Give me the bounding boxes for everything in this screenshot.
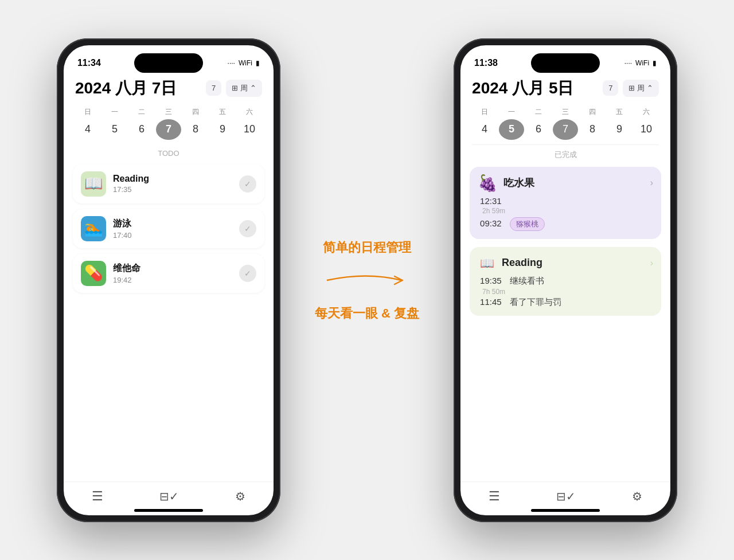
- left-week-day-numbers: 4 5 6 7 8 9 10: [75, 119, 262, 140]
- right-day-num-3-today[interactable]: 7: [553, 119, 578, 140]
- left-tab-settings[interactable]: ⚙: [235, 489, 245, 503]
- right-tab-tasks[interactable]: ⊟✓: [556, 489, 576, 503]
- right-status-time: 11:38: [474, 58, 498, 68]
- swimming-task-time: 17:40: [113, 231, 239, 240]
- left-view-label: 周 ⌃: [240, 83, 256, 93]
- task-item-vitamin[interactable]: 💊 维他命 19:42 ✓: [73, 254, 264, 293]
- menu-icon-left: ☰: [92, 489, 103, 504]
- reading-card[interactable]: 📖 Reading › 19:35 继续看书 7h 50m 11:45: [470, 247, 661, 316]
- right-day-num-0[interactable]: 4: [472, 119, 497, 140]
- fruit-duration-val-1: 2h 59m: [480, 207, 505, 215]
- right-day-label-1: 一: [499, 107, 524, 117]
- right-day-num-2[interactable]: 6: [526, 119, 551, 140]
- left-day-label-2: 二: [129, 107, 154, 117]
- reading-time-entries: 19:35 继续看书 7h 50m 11:45 看了下罪与罚: [478, 272, 653, 308]
- right-day-label-5: 五: [607, 107, 632, 117]
- right-day-label-6: 六: [634, 107, 659, 117]
- reading-card-icon: 📖: [478, 254, 496, 272]
- reading-task-check[interactable]: ✓: [239, 175, 256, 193]
- reading-card-header: 📖 Reading ›: [478, 254, 653, 272]
- promo-text-line1: 简单的日程管理: [323, 238, 411, 257]
- fruit-entry-2: 09:32 猕猴桃: [480, 216, 653, 231]
- right-phone: 11:38 ···· WiFi ▮ 2024 八月 5日 7 ⊞ 周 ⌃: [454, 38, 677, 522]
- right-day-label-4: 四: [580, 107, 605, 117]
- right-day-num-4[interactable]: 8: [580, 119, 605, 140]
- fruit-card[interactable]: 🍇 吃水果 › 12:31 2h 59m 09:32 猕猴桃: [470, 167, 661, 239]
- right-day-label-2: 二: [526, 107, 551, 117]
- reading-desc-2: 看了下罪与罚: [510, 297, 561, 308]
- left-date-button[interactable]: 7: [206, 80, 221, 96]
- right-home-indicator: [531, 509, 600, 512]
- settings-icon-left: ⚙: [235, 489, 245, 503]
- left-week-strip: 日 一 二 三 四 五 六 4 5 6 7 8 9 10: [64, 104, 274, 144]
- left-app-header: 2024 八月 7日 7 ⊞ 周 ⌃: [64, 75, 274, 104]
- right-status-icons: ···· WiFi ▮: [624, 59, 657, 67]
- vitamin-task-time: 19:42: [113, 276, 239, 284]
- reading-task-info: Reading 17:35: [113, 174, 239, 194]
- right-date-button[interactable]: 7: [603, 80, 618, 96]
- menu-icon-right: ☰: [489, 489, 500, 504]
- swimming-task-check[interactable]: ✓: [239, 220, 256, 237]
- left-view-button[interactable]: ⊞ 周 ⌃: [226, 80, 262, 97]
- left-day-label-3: 三: [156, 107, 181, 117]
- right-app-date: 2024 八月 5日: [472, 77, 573, 99]
- reading-task-icon: 📖: [81, 171, 106, 197]
- fruit-time-2: 09:32: [480, 218, 503, 228]
- right-phone-screen: 11:38 ···· WiFi ▮ 2024 八月 5日 7 ⊞ 周 ⌃: [460, 45, 670, 515]
- fruit-tag: 猕猴桃: [510, 217, 545, 231]
- promo-line2: 每天看一眼 & 复盘: [315, 304, 419, 323]
- left-day-label-5: 五: [210, 107, 235, 117]
- settings-icon-right: ⚙: [632, 489, 642, 503]
- left-status-time: 11:34: [77, 58, 101, 68]
- right-section-label: 已完成: [460, 147, 670, 165]
- left-day-num-1[interactable]: 5: [102, 119, 127, 140]
- vitamin-task-check[interactable]: ✓: [239, 265, 256, 282]
- arrow-container: [321, 266, 413, 295]
- right-day-num-6[interactable]: 10: [634, 119, 659, 140]
- right-day-num-5[interactable]: 9: [607, 119, 632, 140]
- middle-section: 简单的日程管理 每天看一眼 & 复盘: [315, 238, 419, 323]
- left-day-num-2[interactable]: 6: [129, 119, 154, 140]
- scene: 11:34 ···· WiFi ▮ 2024 八月 7日 7 ⊞ 周 ⌃: [0, 0, 734, 560]
- promo-text-line2: 每天看一眼 & 复盘: [315, 304, 419, 323]
- fruit-entry-1: 12:31: [480, 196, 653, 206]
- left-day-num-5[interactable]: 9: [210, 119, 235, 140]
- left-day-num-0[interactable]: 4: [75, 119, 100, 140]
- left-day-label-1: 一: [102, 107, 127, 117]
- right-day-num-1-active[interactable]: 5: [499, 119, 524, 140]
- vitamin-task-info: 维他命 19:42: [113, 263, 239, 284]
- reading-time-2: 11:45: [480, 297, 503, 307]
- left-section-label: TODO: [64, 144, 274, 160]
- task-item-swimming[interactable]: 🏊 游泳 17:40 ✓: [73, 209, 264, 248]
- reading-card-title: Reading: [502, 257, 542, 269]
- reading-card-title-group: 📖 Reading: [478, 254, 542, 272]
- right-tab-menu[interactable]: ☰: [489, 489, 500, 504]
- promo-line1: 简单的日程管理: [323, 238, 411, 257]
- left-task-list: 📖 Reading 17:35 ✓ 🏊 游泳 17:40 ✓: [64, 160, 274, 481]
- left-tab-tasks[interactable]: ⊟✓: [159, 489, 179, 503]
- left-status-icons: ···· WiFi ▮: [228, 59, 260, 67]
- left-day-label-4: 四: [183, 107, 208, 117]
- right-view-button[interactable]: ⊞ 周 ⌃: [623, 80, 659, 97]
- vitamin-task-icon: 💊: [81, 261, 106, 286]
- left-day-num-6[interactable]: 10: [237, 119, 262, 140]
- left-tab-menu[interactable]: ☰: [92, 489, 103, 504]
- fruit-duration-1: 2h 59m: [480, 207, 653, 215]
- left-day-label-0: 日: [75, 107, 100, 117]
- left-header-row: 2024 八月 7日 7 ⊞ 周 ⌃: [75, 77, 262, 99]
- left-phone-screen: 11:34 ···· WiFi ▮ 2024 八月 7日 7 ⊞ 周 ⌃: [64, 45, 274, 515]
- swimming-task-info: 游泳 17:40: [113, 218, 239, 240]
- tasks-icon-right: ⊟✓: [556, 489, 576, 503]
- task-item-reading[interactable]: 📖 Reading 17:35 ✓: [73, 165, 264, 203]
- dynamic-island-right: [531, 53, 600, 73]
- arrow-icon: [321, 266, 413, 295]
- left-day-num-4[interactable]: 8: [183, 119, 208, 140]
- left-week-day-labels: 日 一 二 三 四 五 六: [75, 107, 262, 117]
- right-tab-settings[interactable]: ⚙: [632, 489, 642, 503]
- left-day-num-3-active[interactable]: 7: [156, 119, 181, 140]
- fruit-card-title-group: 🍇 吃水果: [478, 174, 534, 193]
- fruit-card-header: 🍇 吃水果 ›: [478, 174, 653, 193]
- reading-time-1: 19:35: [480, 276, 503, 285]
- right-header-controls: 7 ⊞ 周 ⌃: [603, 80, 659, 97]
- left-phone: 11:34 ···· WiFi ▮ 2024 八月 7日 7 ⊞ 周 ⌃: [57, 38, 280, 522]
